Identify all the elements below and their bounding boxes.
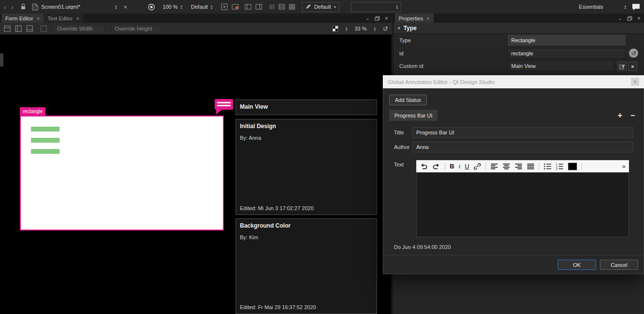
main-toolbar: ‹ › Screen01.uiqml* ▴▾ × 100 % ▴▾ Defaul…: [0, 0, 644, 14]
empty-combobox[interactable]: ▴▾: [351, 2, 401, 12]
qml-file-icon: [32, 3, 38, 11]
redo-icon[interactable]: [432, 163, 440, 170]
type-section-header[interactable]: ▾ Type: [393, 23, 644, 33]
dialog-title: Global Annotation Editor - Qt Design Stu…: [388, 79, 495, 85]
columns-view-icon[interactable]: [269, 4, 275, 10]
anchor-left-icon[interactable]: [15, 25, 22, 33]
pane-menu-chevron-icon[interactable]: ⌄: [366, 16, 370, 21]
annotation-card-background-color[interactable]: Background Color By: Kim Edited: Fr Mai …: [236, 218, 377, 314]
pane-corner-controls: ⌄ ×: [366, 14, 392, 23]
annotation-card-initial-design[interactable]: Initial Design By: Anna Edited: Mi Jun 3…: [236, 119, 377, 215]
override-height-field[interactable]: Override Height: [111, 24, 162, 33]
state-selector[interactable]: Default ▾: [302, 2, 339, 12]
canvas-zoom-spinner-right[interactable]: ▴▾: [374, 26, 376, 31]
annotations-chat-icon[interactable]: [632, 3, 640, 11]
remove-tab-button[interactable]: −: [630, 110, 635, 121]
canvas-zoom-spinner-left[interactable]: ▴▾: [346, 26, 347, 31]
override-size-icon[interactable]: [40, 25, 47, 33]
left-sidebar-toggle-icon[interactable]: [245, 4, 251, 10]
reset-zoom-icon[interactable]: ↺: [383, 26, 388, 32]
undo-icon[interactable]: [420, 163, 428, 170]
progress-bar-item[interactable]: [31, 127, 60, 132]
custom-id-input[interactable]: [508, 61, 614, 71]
underline-button[interactable]: U: [465, 163, 469, 169]
workspace-selector-spinner[interactable]: ▴▾: [625, 4, 626, 9]
collapse-arrow-icon[interactable]: ▾: [398, 26, 400, 31]
add-tab-button[interactable]: +: [618, 110, 622, 121]
undock-pane-icon[interactable]: [627, 16, 632, 21]
canvas-background-toggle-icon[interactable]: [332, 26, 338, 32]
rows-view-icon[interactable]: [279, 4, 285, 10]
tab-close-icon[interactable]: ×: [426, 16, 429, 21]
reset-id-button[interactable]: ↺: [629, 49, 638, 58]
svg-text:3: 3: [556, 167, 557, 169]
state-selector-label: Default: [314, 4, 331, 10]
empty-combobox-spinner[interactable]: ▴▾: [396, 4, 398, 9]
anchor-top-icon[interactable]: [3, 25, 11, 33]
edit-annotation-button[interactable]: [617, 62, 627, 71]
dialog-body: Add Status Progress Bar UI + − Title Aut…: [383, 88, 644, 274]
tab-progress-bar-ui[interactable]: Progress Bar UI: [389, 110, 438, 121]
selection-mode-icon[interactable]: [221, 3, 228, 10]
tab-close-icon[interactable]: ×: [76, 16, 79, 21]
dialog-titlebar[interactable]: Global Annotation Editor - Qt Design Stu…: [383, 75, 644, 88]
progress-bar-item[interactable]: [31, 138, 60, 143]
current-file-selector[interactable]: Screen01.uiqml*: [41, 4, 80, 10]
style-selector-spinner[interactable]: ▴▾: [211, 4, 212, 9]
override-width-field[interactable]: Override Width: [54, 24, 104, 33]
pane-corner-controls: ⌄ ×: [618, 14, 644, 23]
anchor-bottom-icon[interactable]: [26, 25, 33, 33]
id-input[interactable]: [508, 48, 626, 59]
right-sidebar-toggle-icon[interactable]: [255, 4, 262, 10]
link-icon[interactable]: [473, 163, 481, 170]
toolbar-separator: [445, 163, 445, 170]
numbered-list-icon[interactable]: 123: [556, 163, 564, 170]
forward-button[interactable]: ›: [11, 3, 14, 11]
type-value[interactable]: Rectangle: [508, 35, 626, 46]
style-selector[interactable]: Default: [191, 4, 208, 10]
cancel-button[interactable]: Cancel: [600, 260, 638, 270]
rectangle-item[interactable]: [20, 116, 224, 231]
dialog-close-button[interactable]: ×: [631, 78, 639, 86]
workspace-selector[interactable]: Essentials: [579, 4, 603, 10]
annotation-bubble-icon[interactable]: [215, 99, 233, 110]
tab-close-icon[interactable]: ×: [36, 16, 39, 21]
bold-button[interactable]: B: [450, 163, 454, 169]
align-right-icon[interactable]: [515, 163, 522, 170]
align-justify-icon[interactable]: [527, 163, 534, 170]
title-input[interactable]: [412, 127, 633, 138]
add-status-button[interactable]: Add Status: [389, 95, 427, 105]
live-preview-icon[interactable]: [232, 3, 239, 10]
author-input[interactable]: [412, 142, 633, 152]
close-pane-icon[interactable]: ×: [385, 15, 388, 22]
tab-text-editor[interactable]: Text Editor ×: [44, 14, 83, 23]
close-file-button[interactable]: ×: [124, 4, 127, 10]
toolbar-overflow-button[interactable]: »: [622, 163, 626, 170]
grid-view-icon[interactable]: [289, 4, 295, 10]
tab-properties[interactable]: Properties ×: [395, 14, 434, 23]
canvas-zoom-value[interactable]: 33 %: [355, 26, 367, 32]
back-button[interactable]: ‹: [4, 3, 6, 11]
progress-bar-item[interactable]: [31, 149, 60, 154]
preview-zoom-value[interactable]: 100 %: [163, 4, 178, 10]
preview-zoom-spinner[interactable]: ▴▾: [181, 4, 182, 9]
file-selector-spinner[interactable]: ▴▾: [115, 4, 117, 9]
align-center-icon[interactable]: [503, 163, 510, 170]
annotation-card-main-view[interactable]: Main View: [236, 99, 377, 115]
bullet-list-icon[interactable]: [544, 163, 551, 170]
clear-annotation-button[interactable]: ×: [628, 62, 637, 71]
lock-icon[interactable]: [20, 3, 26, 10]
richtext-toolbar: B i U: [416, 160, 629, 172]
ok-button[interactable]: OK: [558, 260, 596, 270]
tab-form-editor[interactable]: Form Editor ×: [1, 14, 44, 23]
pane-menu-chevron-icon[interactable]: ⌄: [618, 16, 622, 21]
run-project-button[interactable]: [148, 3, 155, 11]
italic-button[interactable]: i: [458, 163, 460, 169]
undock-pane-icon[interactable]: [375, 16, 380, 21]
canvas-scrollbar-thumb[interactable]: [0, 53, 3, 66]
align-left-icon[interactable]: [490, 163, 498, 170]
design-canvas[interactable]: rectangle Main View Initial Design By: A…: [0, 34, 392, 314]
close-pane-icon[interactable]: ×: [637, 15, 641, 22]
annotation-text-area[interactable]: [416, 172, 629, 237]
text-color-swatch[interactable]: [568, 163, 577, 170]
